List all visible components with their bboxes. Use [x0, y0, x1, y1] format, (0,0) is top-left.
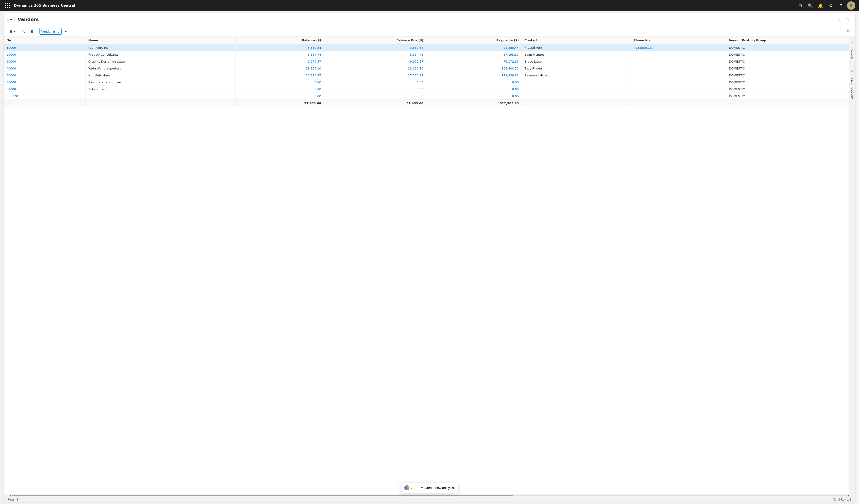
vendor-balance: 0.00	[235, 79, 324, 86]
vendor-contact: Toby Rhode	[522, 65, 631, 72]
page-header-actions: ⤢ ⤡	[835, 16, 852, 23]
search-button[interactable]: 🔍	[19, 28, 28, 35]
vendor-contact: Bryce Jasso	[522, 58, 631, 65]
waffle-button[interactable]	[4, 2, 11, 9]
main-area: No. Name Balance ($) Balance Due ($) Pay…	[4, 37, 855, 494]
vendor-contact: Raymond Hillard	[522, 72, 631, 79]
table-row[interactable]: 50000Nod Publishers17,273.8717,273.87172…	[4, 72, 849, 79]
vendor-phone-link[interactable]: 4255550101	[634, 46, 653, 49]
vendor-no-link[interactable]: 30000	[6, 60, 16, 63]
col-header-phone[interactable]: Phone No.	[631, 37, 726, 44]
view-toggle-button[interactable]: ⊞ ▼	[7, 28, 18, 35]
vendor-name: Wide World Importers	[86, 65, 235, 72]
status-bar: Rows: 8 Total Rows: 8	[4, 497, 855, 502]
vendor-contact	[522, 86, 631, 93]
totals-cell-7	[726, 100, 849, 107]
analyze-button[interactable]: ⊟	[28, 28, 35, 35]
vendor-no-link[interactable]: 81000	[6, 80, 16, 84]
table-row[interactable]: 81000Raw material supplier0.000.000.00DO…	[4, 79, 849, 86]
vendor-no-link[interactable]: 50000	[6, 74, 16, 77]
vendor-payments: 76,172.85	[426, 58, 522, 65]
scroll-thumb[interactable]	[12, 495, 513, 497]
table-row[interactable]: 10000Fabrikam, Inc.3,652.343,652.3421,88…	[4, 44, 849, 51]
vendor-balance-due: 0.00	[324, 86, 426, 93]
table-row[interactable]: 20000First Up Consultants5,354.785,354.7…	[4, 51, 849, 58]
col-header-posting-group[interactable]: Vendor Posting Group	[726, 37, 849, 44]
scroll-left-arrow[interactable]: ◀	[8, 494, 12, 497]
vendor-list-chevron: ∨	[57, 30, 60, 33]
user-avatar[interactable]: 👤	[847, 1, 855, 10]
vendor-no-link[interactable]: V00020	[6, 94, 18, 98]
totals-cell-5	[522, 100, 631, 107]
vendor-no-link[interactable]: 10000	[6, 46, 16, 49]
toolbar: ⊞ ▼ 🔍 ⊟ Vendor list ∨ + ⧉	[4, 26, 855, 37]
vendor-name: Subcontractor	[86, 86, 235, 93]
scroll-right-arrow[interactable]: ▶	[847, 494, 851, 497]
vendor-balance-due: 5,354.78	[324, 51, 426, 58]
back-button[interactable]: ←	[7, 16, 15, 23]
columns-tab[interactable]: Columns	[849, 47, 856, 64]
table-row[interactable]: 40000Wide World Importers18,193.1018,193…	[4, 65, 849, 72]
vendor-balance: 17,273.87	[235, 72, 324, 79]
back-arrow-icon: ←	[10, 17, 13, 22]
col-header-name[interactable]: Name	[86, 37, 235, 44]
help-icon[interactable]: ?	[837, 1, 845, 10]
vendor-balance: 3,652.34	[235, 44, 324, 51]
floating-toolbar: ∨ ✦ Create new analysis	[401, 483, 458, 493]
sparkle-icon: ✦	[420, 486, 423, 490]
waffle-icon	[5, 3, 10, 8]
totals-cell-6	[631, 100, 726, 107]
filter-sidebar-icon[interactable]: ⧉	[851, 67, 854, 75]
vendor-phone	[631, 93, 726, 100]
vendor-balance-due: 0.00	[324, 79, 426, 86]
filter-button[interactable]: ⧉	[845, 28, 852, 35]
col-header-no[interactable]: No.	[4, 37, 86, 44]
vendor-payments: 194,408.51	[426, 65, 522, 72]
vendors-table: No. Name Balance ($) Balance Due ($) Pay…	[4, 37, 849, 107]
totals-cell-2: 51,453.66	[235, 100, 324, 107]
horizontal-scrollbar[interactable]: ◀ ▶	[4, 494, 855, 497]
search-icon[interactable]: 🔍	[807, 1, 815, 10]
columns-icon[interactable]: ⫶	[852, 37, 853, 46]
vendor-list-label: Vendor list	[41, 30, 56, 33]
table-row[interactable]: V000200.000.000.00DOMESTIC	[4, 93, 849, 100]
view-icon: ⊞	[10, 30, 12, 33]
add-button[interactable]: +	[63, 28, 69, 35]
vendor-payments: 172,839.81	[426, 72, 522, 79]
vendor-phone	[631, 72, 726, 79]
add-icon: +	[65, 30, 66, 33]
page-title: Vendors	[17, 17, 39, 22]
total-rows-count: Total Rows: 8	[833, 498, 852, 501]
vendor-posting-group: DOMESTIC	[726, 72, 849, 79]
table-row[interactable]: 82000Subcontractor0.000.000.00DOMESTIC	[4, 86, 849, 93]
vendor-no-link[interactable]: 82000	[6, 88, 16, 91]
vendor-balance-due: 0.00	[324, 93, 426, 100]
float-separator	[416, 485, 416, 491]
totals-row: 51,453.6651,453.66522,505.48	[4, 100, 849, 107]
col-header-contact[interactable]: Contact	[522, 37, 631, 44]
copilot-button[interactable]: ∨	[402, 484, 415, 492]
vendor-no-link[interactable]: 20000	[6, 53, 16, 56]
col-header-balance-due[interactable]: Balance Due ($)	[324, 37, 426, 44]
open-external-icon[interactable]: ⤢	[835, 16, 842, 23]
filters-tab[interactable]: Analysis Filters	[849, 76, 856, 102]
create-analysis-button[interactable]: ✦ Create new analysis	[417, 484, 457, 492]
col-header-balance[interactable]: Balance ($)	[235, 37, 324, 44]
vendor-no-link[interactable]: 40000	[6, 67, 16, 70]
col-header-payments[interactable]: Payments ($)	[426, 37, 522, 44]
vendor-payments: 21,888.44	[426, 44, 522, 51]
rows-count: Rows: 8	[7, 498, 18, 501]
copilot-icon	[404, 485, 409, 490]
vendor-phone: 4255550101	[631, 44, 726, 51]
vendor-payments: 0.00	[426, 86, 522, 93]
environment-icon[interactable]: ⊟	[796, 1, 804, 10]
table-container[interactable]: No. Name Balance ($) Balance Due ($) Pay…	[4, 37, 849, 494]
vendor-posting-group: DOMESTIC	[726, 51, 849, 58]
settings-icon[interactable]: ⚙	[827, 1, 835, 10]
collapse-icon[interactable]: ⤡	[844, 16, 852, 23]
bell-icon[interactable]: 🔔	[816, 1, 825, 10]
vendor-phone	[631, 51, 726, 58]
vendor-list-button[interactable]: Vendor list ∨	[39, 28, 62, 35]
vendor-balance: 0.00	[235, 93, 324, 100]
table-row[interactable]: 30000Graphic Design Institute6,979.576,9…	[4, 58, 849, 65]
